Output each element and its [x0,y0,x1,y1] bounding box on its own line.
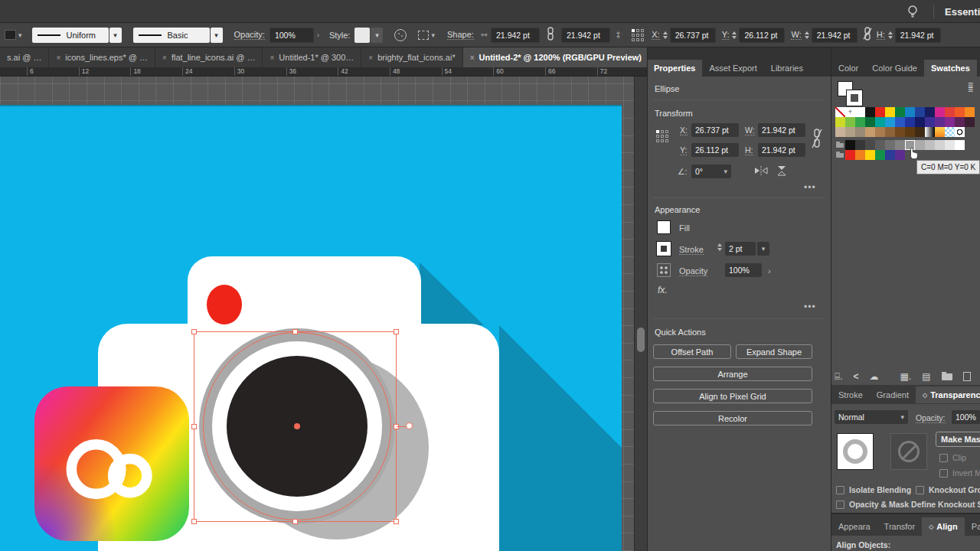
camera-flash-dot-shape[interactable] [207,285,242,324]
swatch-options-icon[interactable]: ▤ [922,371,930,382]
mask-thumbnail-empty[interactable] [890,433,927,470]
link-dimensions-icon[interactable] [546,27,555,44]
transform-h-input[interactable]: 21.942 pt [758,143,805,157]
swatch-color[interactable] [875,107,885,117]
swatch-registration[interactable]: + [845,107,855,117]
swatch-color[interactable] [925,140,935,150]
constrain-proportions-icon[interactable] [812,127,822,153]
tab-gradient[interactable]: Gradient [870,386,916,403]
swatch-color[interactable] [855,117,865,127]
swatch-color[interactable] [945,140,955,150]
swatch-color[interactable] [895,150,905,160]
document-tab[interactable]: s.ai @ … [0,47,48,67]
flip-vertical-icon[interactable] [776,165,788,179]
select-similar-icon[interactable] [418,31,429,40]
swatch-color[interactable] [955,117,965,127]
tab-transparency[interactable]: ◇ Transparency [916,386,980,403]
appearance-more-options[interactable]: ••• [804,302,816,312]
tab-color-guide[interactable]: Color Guide [865,60,924,77]
swatch-color[interactable] [905,127,915,137]
panel-menu-icon[interactable]: ≡≡ [968,83,973,92]
tab-stroke[interactable]: Stroke [831,386,870,403]
y-label[interactable]: Y: [722,30,730,40]
transparency-opacity-input[interactable]: 100% [952,410,980,424]
swatch-color[interactable] [895,127,905,137]
stroke-label[interactable]: Stroke [679,245,704,255]
swatch-color[interactable] [965,117,975,127]
close-tab-icon[interactable]: × [162,54,167,62]
brush-dropdown[interactable]: Basic [133,28,210,43]
swatch-color[interactable] [865,150,875,160]
selection-handle-bottom-center[interactable] [292,519,298,524]
stroke-proxy-swatch[interactable] [847,90,862,106]
swatch-color[interactable] [965,107,975,117]
tab-properties[interactable]: Properties [647,60,702,77]
artboard[interactable] [0,105,622,551]
swatch-color[interactable] [885,150,895,160]
opacity-input[interactable]: 100% [270,28,314,43]
appearance-opacity-input[interactable]: 100% [725,263,762,277]
swatch-color[interactable] [845,117,855,127]
tab-appearance[interactable]: Appeara [831,517,877,536]
h-label[interactable]: H: [877,30,885,40]
swatch-color[interactable] [935,140,945,150]
transform-y-label[interactable]: Y: [680,145,687,155]
tab-color[interactable]: Color [831,60,865,77]
style-swatch[interactable] [354,28,370,43]
invert-mask-checkbox-row[interactable]: Invert Ma [939,468,980,478]
selection-handle-bottom-right[interactable] [394,519,399,524]
swatch-color[interactable] [885,117,895,127]
swatch-themes-icon[interactable]: < [854,371,859,382]
vertical-scrollbar[interactable] [634,77,647,551]
selection-handle-middle-left[interactable] [191,424,197,429]
swatch-color[interactable] [865,127,875,137]
clip-checkbox[interactable] [939,454,948,462]
swatch-color[interactable] [875,140,885,150]
swatch-libraries-icon[interactable]: ⌸. [835,371,843,382]
chevron-down-icon[interactable]: ▾ [18,31,22,39]
selection-handle-top-right[interactable] [394,329,399,334]
swatch-color[interactable] [915,107,925,117]
swatch-color[interactable] [915,127,925,137]
tab-asset-export[interactable]: Asset Export [702,60,763,77]
opacity-grid-icon[interactable] [657,263,671,277]
knockout-group-row[interactable]: Knockout Group [916,485,980,494]
tab-libraries[interactable]: Libraries [764,60,810,77]
discover-lightbulb-icon[interactable] [903,2,923,21]
close-tab-icon[interactable]: × [368,54,373,62]
blend-mode-select[interactable]: Normal ▾ [835,410,908,424]
swatch-color[interactable] [955,107,965,117]
transparency-opacity-label[interactable]: Opacity: [916,413,946,423]
swatch-color[interactable] [915,117,925,127]
swatch-group-folder-icon[interactable] [835,140,845,150]
swatch-color[interactable] [935,107,945,117]
h-stepper[interactable] [888,31,893,39]
variable-width-profile-swatch[interactable] [5,30,16,40]
shape-label[interactable]: Shape: [447,30,474,40]
selection-center-point[interactable] [294,423,300,429]
opacity-more-arrow-icon[interactable]: › [317,31,319,39]
selection-handle-top-center[interactable] [292,329,298,334]
object-thumbnail[interactable] [837,433,874,470]
swatch-color[interactable] [875,127,885,137]
swatch-color[interactable] [955,140,965,150]
expand-shape-button[interactable]: Expand Shape [736,344,812,359]
swatch-color[interactable] [885,140,895,150]
h-input[interactable]: 21.942 pt [895,28,941,43]
swatch-color[interactable] [895,107,905,117]
swatch-color[interactable] [865,107,875,117]
align-to-pixel-grid-button[interactable]: Align to Pixel Grid [653,389,812,403]
swatch-pattern-dot[interactable] [955,127,965,137]
stroke-swatch[interactable] [657,242,671,256]
y-input[interactable]: 26.112 pt [739,28,785,43]
swatch-color[interactable] [925,117,935,127]
transform-h-label[interactable]: H: [745,145,753,155]
arrange-button[interactable]: Arrange [653,367,812,381]
swatch-color[interactable] [865,117,875,127]
swatch-color[interactable] [845,140,855,150]
fill-swatch[interactable] [657,220,671,234]
transform-more-options[interactable]: ••• [804,182,816,193]
stroke-weight-chevron-icon[interactable]: ▾ [757,242,769,256]
opacity-label[interactable]: Opacity: [234,30,265,40]
x-stepper[interactable] [663,31,668,39]
